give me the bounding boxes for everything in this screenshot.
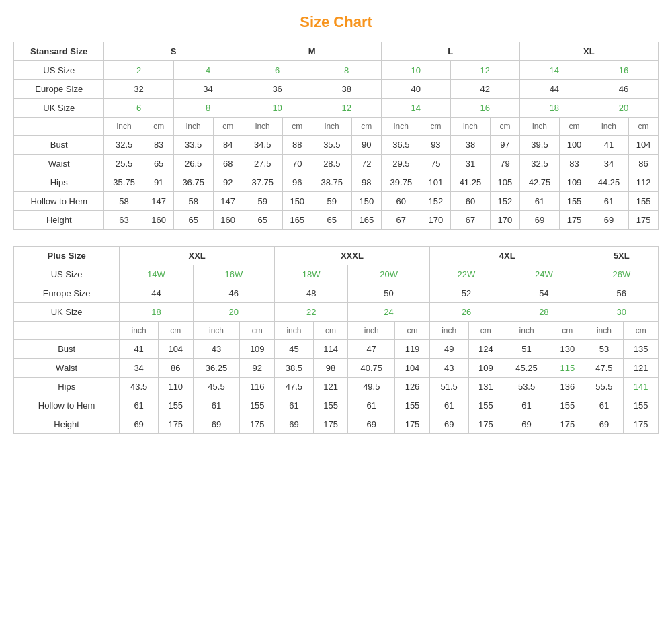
unit-8: inch — [381, 118, 421, 136]
height-10: 67 — [450, 211, 490, 230]
p2-uk-18: 18 — [120, 303, 193, 322]
height-12: 69 — [519, 211, 559, 230]
p2-hips-12: 55.5 — [585, 378, 624, 396]
uk-18: 18 — [519, 99, 589, 118]
p2-us-18w: 18W — [275, 265, 348, 284]
m-header: M — [243, 42, 381, 61]
p2-hollow-6: 61 — [348, 396, 395, 415]
p2-bust-13: 135 — [624, 340, 659, 359]
p2-bust-7: 119 — [395, 340, 430, 359]
p2-unit-1: cm — [158, 322, 193, 340]
unit-15: cm — [629, 118, 659, 136]
eu-32: 32 — [104, 80, 173, 99]
bust-14: 41 — [589, 136, 628, 155]
p2-height-11: 175 — [550, 415, 585, 434]
p2-height-2: 69 — [193, 415, 240, 434]
hips-10: 41.25 — [450, 173, 490, 192]
p2-hips-1: 110 — [158, 378, 193, 396]
hips-13: 109 — [560, 173, 589, 192]
unit-11: cm — [491, 118, 520, 136]
p2-waist-1: 86 — [158, 359, 193, 378]
height-15: 175 — [629, 211, 659, 230]
height-13: 175 — [560, 211, 589, 230]
height-14: 69 — [589, 211, 628, 230]
p2-hips-8: 51.5 — [429, 378, 468, 396]
height-label: Height — [14, 211, 104, 230]
p2-uk-22: 22 — [275, 303, 348, 322]
p2-unit-5: cm — [313, 322, 348, 340]
p2-uk-26: 26 — [429, 303, 503, 322]
p2-height-12: 69 — [585, 415, 624, 434]
l-header: L — [381, 42, 519, 61]
p2-bust-10: 51 — [503, 340, 550, 359]
p2-waist-10: 45.25 — [503, 359, 550, 378]
waist-9: 75 — [421, 155, 450, 173]
p2-unit-8: inch — [429, 322, 468, 340]
p2-waist-label: Waist — [14, 359, 120, 378]
uk-20: 20 — [589, 99, 658, 118]
unit-0: inch — [104, 118, 144, 136]
p2-height-5: 175 — [313, 415, 348, 434]
waist-11: 79 — [491, 155, 520, 173]
unit-6: inch — [312, 118, 351, 136]
hollow-8: 60 — [381, 192, 421, 211]
p2-hollow-7: 155 — [395, 396, 430, 415]
us-size-label: US Size — [14, 61, 104, 80]
p2-europe-label: Europe Size — [14, 284, 120, 303]
hollow-13: 155 — [560, 192, 589, 211]
bust-0: 32.5 — [104, 136, 144, 155]
p2-hollow-8: 61 — [429, 396, 468, 415]
us-size-12: 12 — [450, 61, 519, 80]
waist-7: 72 — [351, 155, 381, 173]
p2-eu-54: 54 — [503, 284, 585, 303]
p2-bust-2: 43 — [193, 340, 240, 359]
height-9: 170 — [421, 211, 450, 230]
uk-12: 12 — [312, 99, 381, 118]
waist-10: 31 — [450, 155, 490, 173]
height-4: 65 — [243, 211, 282, 230]
hips-7: 98 — [351, 173, 381, 192]
hollow-11: 152 — [491, 192, 520, 211]
p2-hips-4: 47.5 — [275, 378, 314, 396]
p2-hollow-9: 155 — [468, 396, 503, 415]
p2-waist-5: 98 — [313, 359, 348, 378]
p2-height-13: 175 — [624, 415, 659, 434]
4xl-header: 4XL — [429, 247, 585, 265]
p2-height-8: 69 — [429, 415, 468, 434]
uk-6: 6 — [104, 99, 173, 118]
uk-16: 16 — [450, 99, 519, 118]
plus-size-table: Plus Size XXL XXXL 4XL 5XL US Size 14W 1… — [13, 246, 659, 434]
uk-10: 10 — [243, 99, 312, 118]
hips-5: 96 — [282, 173, 312, 192]
waist-2: 26.5 — [173, 155, 213, 173]
p2-bust-9: 124 — [468, 340, 503, 359]
p2-waist-7: 104 — [395, 359, 430, 378]
hollow-2: 58 — [173, 192, 213, 211]
p2-unit-2: inch — [193, 322, 240, 340]
hollow-9: 152 — [421, 192, 450, 211]
p2-hollow-2: 61 — [193, 396, 240, 415]
unit-label — [14, 118, 104, 136]
p2-eu-46: 46 — [193, 284, 274, 303]
page-title: Size Chart — [13, 13, 659, 31]
p2-unit-13: cm — [624, 322, 659, 340]
p2-waist-13: 121 — [624, 359, 659, 378]
unit-7: cm — [351, 118, 381, 136]
p2-hips-13: 141 — [624, 378, 659, 396]
plus-size-header: Plus Size — [14, 247, 120, 265]
p2-waist-11: 115 — [550, 359, 585, 378]
xxl-header: XXL — [120, 247, 275, 265]
hollow-4: 59 — [243, 192, 282, 211]
unit-5: cm — [282, 118, 312, 136]
hollow-3: 147 — [213, 192, 243, 211]
p2-waist-0: 34 — [120, 359, 159, 378]
hips-1: 91 — [144, 173, 173, 192]
p2-bust-1: 104 — [158, 340, 193, 359]
waist-4: 27.5 — [243, 155, 282, 173]
waist-15: 86 — [629, 155, 659, 173]
xxxl-header: XXXL — [275, 247, 430, 265]
bust-label: Bust — [14, 136, 104, 155]
waist-5: 70 — [282, 155, 312, 173]
hollow-1: 147 — [144, 192, 173, 211]
p2-height-3: 175 — [240, 415, 275, 434]
